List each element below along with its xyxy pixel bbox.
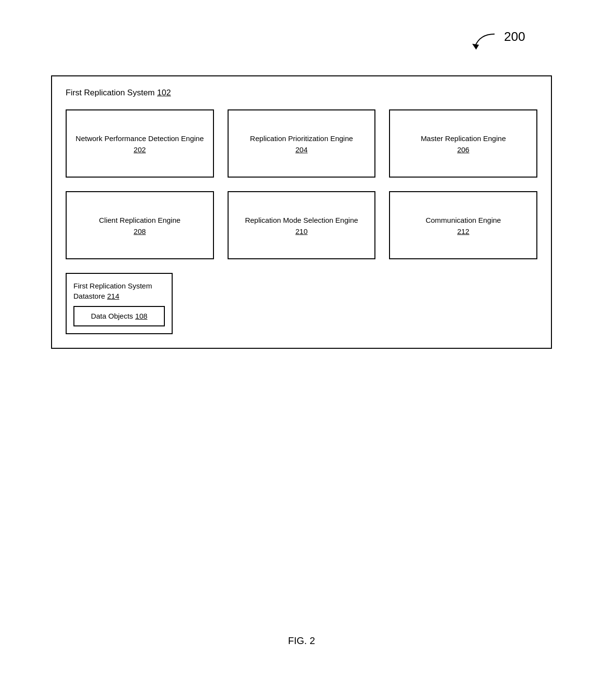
engine-210-number: 210 <box>295 227 307 235</box>
page-container: 200 First Replication System 102 Network… <box>0 0 603 700</box>
engine-206-number: 206 <box>457 145 469 154</box>
engine-206-label: Master Replication Engine <box>421 133 506 144</box>
engine-box-204: Replication Prioritization Engine 204 <box>228 109 376 178</box>
datastore-row: First Replication System Datastore 214 D… <box>66 273 537 334</box>
figure-caption: FIG. 2 <box>288 635 315 646</box>
datastore-number: 214 <box>107 292 119 300</box>
engine-box-202: Network Performance Detection Engine 202 <box>66 109 214 178</box>
engine-202-number: 202 <box>134 145 146 154</box>
main-system-number: 102 <box>157 88 171 97</box>
engine-row-2: Client Replication Engine 208 Replicatio… <box>66 191 537 259</box>
main-system-box: First Replication System 102 Network Per… <box>51 75 552 349</box>
main-system-label: First Replication System <box>66 88 155 97</box>
engine-204-number: 204 <box>295 145 307 154</box>
engine-208-label: Client Replication Engine <box>99 215 181 225</box>
arrow-200-icon <box>465 29 504 54</box>
engine-box-208: Client Replication Engine 208 <box>66 191 214 259</box>
engine-210-label: Replication Mode Selection Engine <box>245 215 358 225</box>
datastore-title: First Replication System Datastore 214 <box>73 281 165 301</box>
engine-box-206: Master Replication Engine 206 <box>389 109 537 178</box>
data-objects-label: Data Objects <box>91 312 133 320</box>
engine-202-label: Network Performance Detection Engine <box>76 133 204 144</box>
engine-204-label: Replication Prioritization Engine <box>250 133 353 144</box>
engine-row-1: Network Performance Detection Engine 202… <box>66 109 537 178</box>
data-objects-box: Data Objects 108 <box>73 306 165 326</box>
figure-number-label: 200 <box>504 29 525 44</box>
datastore-box: First Replication System Datastore 214 D… <box>66 273 173 334</box>
engine-212-number: 212 <box>457 227 469 235</box>
svg-marker-0 <box>472 44 479 50</box>
data-objects-number: 108 <box>135 312 147 320</box>
engine-208-number: 208 <box>134 227 146 235</box>
main-system-title: First Replication System 102 <box>66 88 537 98</box>
engine-box-212: Communication Engine 212 <box>389 191 537 259</box>
engine-212-label: Communication Engine <box>426 215 501 225</box>
figure-number-container: 200 <box>465 29 525 54</box>
engine-box-210: Replication Mode Selection Engine 210 <box>228 191 376 259</box>
